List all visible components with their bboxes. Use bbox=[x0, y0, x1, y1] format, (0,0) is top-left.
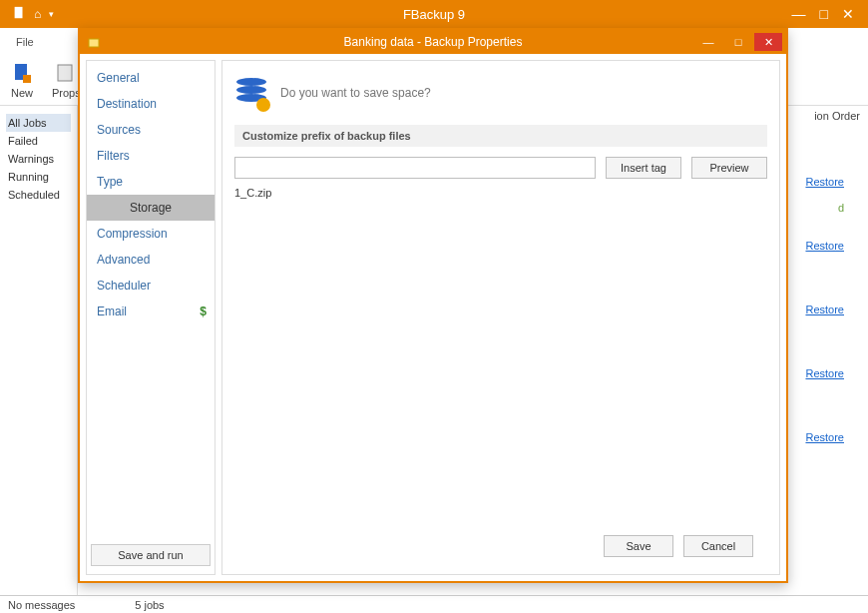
dialog-sys-icon bbox=[88, 35, 102, 49]
dollar-icon: $ bbox=[200, 305, 207, 318]
dialog-max-button[interactable]: □ bbox=[724, 33, 752, 51]
dialog-titlebar: Banking data - Backup Properties — □ ✕ bbox=[80, 30, 786, 54]
category-warnings[interactable]: Warnings bbox=[6, 150, 71, 168]
restore-link[interactable]: Restore bbox=[805, 431, 844, 443]
dialog-content: Do you want to save space? Customize pre… bbox=[221, 60, 780, 575]
status-jobs: 5 jobs bbox=[135, 599, 164, 611]
section-header-prefix: Customize prefix of backup files bbox=[234, 125, 767, 147]
storage-icon bbox=[234, 76, 268, 110]
app-close-button[interactable]: ✕ bbox=[842, 6, 854, 22]
svg-rect-2 bbox=[23, 75, 31, 83]
status-messages: No messages bbox=[8, 599, 75, 611]
dropdown-icon[interactable]: ▾ bbox=[49, 9, 54, 19]
save-and-run-button[interactable]: Save and run bbox=[91, 544, 211, 566]
category-failed[interactable]: Failed bbox=[6, 132, 71, 150]
file-new-icon[interactable] bbox=[12, 6, 26, 23]
app-min-button[interactable]: — bbox=[792, 6, 806, 22]
restore-link[interactable]: Restore bbox=[805, 304, 844, 315]
nav-advanced[interactable]: Advanced bbox=[87, 247, 215, 273]
prefix-example: 1_C.zip bbox=[234, 187, 767, 199]
new-icon bbox=[10, 61, 34, 85]
properties-button[interactable]: Props bbox=[52, 61, 81, 99]
svg-rect-4 bbox=[89, 39, 99, 47]
preview-button[interactable]: Preview bbox=[691, 157, 767, 179]
column-header-order[interactable]: ion Order bbox=[814, 106, 860, 126]
prefix-input[interactable] bbox=[234, 157, 596, 179]
new-label: New bbox=[11, 87, 33, 99]
restore-link[interactable]: Restore bbox=[805, 367, 844, 379]
nav-email[interactable]: Email$ bbox=[87, 299, 215, 324]
app-title: FBackup 9 bbox=[0, 7, 868, 22]
dialog-title: Banking data - Backup Properties bbox=[80, 35, 786, 49]
svg-rect-0 bbox=[15, 6, 23, 17]
hero-text: Do you want to save space? bbox=[280, 86, 431, 100]
nav-destination[interactable]: Destination bbox=[87, 91, 215, 117]
properties-label: Props bbox=[52, 87, 81, 99]
file-menu[interactable]: File bbox=[16, 36, 34, 48]
nav-sources[interactable]: Sources bbox=[87, 117, 215, 143]
home-icon[interactable]: ⌂ bbox=[34, 7, 41, 21]
svg-rect-3 bbox=[58, 65, 72, 81]
nav-filters[interactable]: Filters bbox=[87, 143, 215, 169]
nav-scheduler[interactable]: Scheduler bbox=[87, 273, 215, 299]
cancel-button[interactable]: Cancel bbox=[683, 535, 753, 557]
save-button[interactable]: Save bbox=[604, 535, 673, 557]
restore-link[interactable]: Restore bbox=[805, 240, 844, 252]
app-restore-button[interactable]: □ bbox=[820, 6, 828, 22]
job-link[interactable]: d bbox=[838, 202, 844, 214]
category-running[interactable]: Running bbox=[6, 168, 71, 186]
nav-general[interactable]: General bbox=[87, 65, 215, 91]
new-button[interactable]: New bbox=[10, 61, 34, 99]
category-scheduled[interactable]: Scheduled bbox=[6, 186, 71, 204]
dialog-close-button[interactable]: ✕ bbox=[754, 33, 782, 51]
properties-icon bbox=[54, 61, 78, 85]
category-sidebar: All Jobs Failed Warnings Running Schedul… bbox=[0, 106, 78, 595]
nav-storage[interactable]: Storage bbox=[87, 195, 215, 221]
status-bar: No messages 5 jobs bbox=[0, 595, 868, 613]
dialog-min-button[interactable]: — bbox=[694, 33, 722, 51]
backup-properties-dialog: Banking data - Backup Properties — □ ✕ G… bbox=[78, 28, 788, 583]
insert-tag-button[interactable]: Insert tag bbox=[606, 157, 681, 179]
category-all-jobs[interactable]: All Jobs bbox=[6, 114, 71, 132]
nav-compression[interactable]: Compression bbox=[87, 221, 215, 247]
app-titlebar: ⌂ ▾ FBackup 9 — □ ✕ bbox=[0, 0, 868, 28]
dialog-nav: General Destination Sources Filters Type… bbox=[86, 60, 216, 575]
nav-type[interactable]: Type bbox=[87, 169, 215, 195]
